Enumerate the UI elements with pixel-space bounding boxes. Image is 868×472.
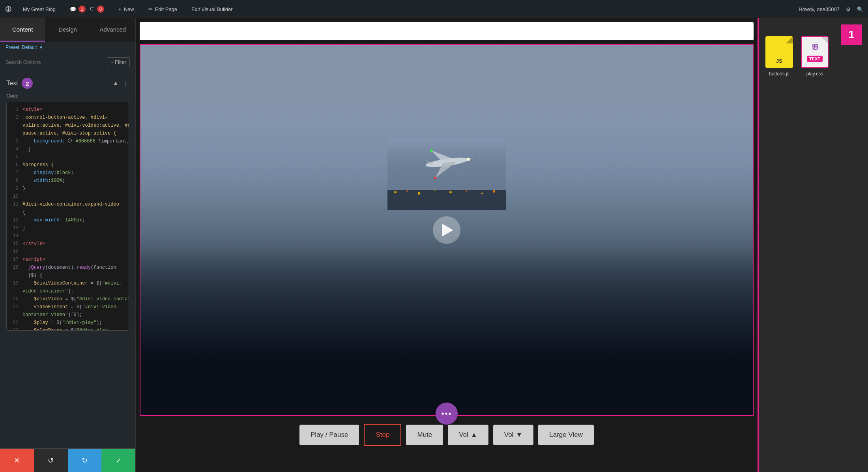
section-options-icon[interactable]: ⋮ (123, 80, 129, 87)
js-file-icon: JS (765, 36, 793, 68)
badge-1-label: 1 (848, 28, 855, 41)
code-line: 8 width:100%; (11, 177, 125, 185)
vol-up-button[interactable]: Vol ▲ (448, 425, 488, 445)
css-file-icon: 𝔅 TEXT (801, 36, 829, 68)
badge-2: 2 (22, 78, 33, 89)
tab-advanced[interactable]: Advanced (90, 18, 135, 42)
new-label: New (124, 6, 134, 12)
redo-button[interactable]: ↻ (68, 449, 102, 472)
admin-bar-new[interactable]: + New (115, 5, 137, 14)
code-line: 14 (11, 232, 125, 240)
vol-down-button[interactable]: Vol ▼ (493, 425, 533, 445)
text-section-header: Text 2 ▲ ⋮ (6, 78, 129, 89)
preset-label: Preset: Default ▾ (0, 42, 135, 52)
address-input[interactable] (146, 28, 747, 34)
left-sidebar: Content Design Advanced Preset: Default … (0, 18, 136, 472)
stop-label: Stop (376, 431, 389, 438)
admin-bar: ⊕ My Great Blog 💬 1 🗨 0 + New ✏ Edit Pag… (0, 0, 868, 18)
three-dots-icon: ••• (441, 409, 452, 418)
plus-icon: + (118, 6, 122, 12)
svg-point-8 (493, 190, 495, 193)
settings-icon[interactable]: ⚙ (846, 6, 851, 12)
code-line: 2 pause:active, #divi-stop:active { (11, 130, 125, 138)
code-line: 18 jQuery(document).ready(function (11, 264, 125, 272)
code-line: 19 $diviVideoContainer = $("#divi- (11, 280, 125, 288)
undo-button[interactable]: ↺ (34, 449, 68, 472)
css-badge: TEXT (807, 56, 823, 62)
admin-bar-visual-builder[interactable]: Exit Visual Builder (188, 5, 236, 14)
svg-point-3 (418, 192, 420, 195)
tab-design[interactable]: Design (45, 18, 90, 42)
wp-logo-icon[interactable]: ⊕ (5, 4, 12, 14)
file-item-buttons-js[interactable]: JS buttons.js (765, 36, 793, 77)
preset-text: Preset: Default (6, 45, 37, 50)
vol-up-icon: ▲ (471, 431, 477, 439)
corner-fold (821, 37, 828, 43)
svg-point-5 (449, 191, 452, 193)
file-name-buttons-js: buttons.js (769, 71, 789, 77)
site-name: My Great Blog (23, 6, 56, 12)
video-play-button[interactable] (433, 216, 460, 244)
admin-bar-right: Howdy, dee35007 ⚙ 🔍 (799, 6, 863, 12)
tab-content-label: Content (12, 26, 33, 33)
save-button[interactable]: ✓ (101, 449, 135, 472)
code-line: 23 $playPause = $("#divi-play- (11, 327, 125, 331)
stop-button[interactable]: Stop (364, 424, 401, 446)
play-triangle-icon (442, 224, 453, 236)
code-line: 2 volinc:active, #divi-voldec:active, #d… (11, 122, 125, 130)
howdy-text: Howdy, dee35007 (799, 6, 840, 12)
code-line: 3 background: #666666 !important; (11, 138, 125, 146)
file-corner (786, 36, 793, 43)
admin-bar-edit[interactable]: ✏ Edit Page (145, 5, 180, 14)
vol-down-icon: ▼ (516, 431, 522, 439)
text-section-right: ▲ ⋮ (112, 80, 129, 87)
svg-point-7 (481, 193, 483, 194)
sidebar-tabs: Content Design Advanced (0, 18, 135, 42)
css-icon-content: 𝔅 TEXT (807, 42, 823, 62)
close-button[interactable]: ✕ (0, 449, 34, 472)
code-line: 21 container video")[0]; (11, 311, 125, 319)
search-icon[interactable]: 🔍 (857, 6, 863, 12)
svg-point-1 (394, 191, 397, 193)
large-view-button[interactable]: Large View (538, 425, 594, 445)
sidebar-search: + Filter (0, 52, 135, 72)
code-line: 17 <script> (11, 256, 125, 264)
bottom-toolbar: ✕ ↺ ↻ ✓ (0, 448, 135, 472)
filter-button[interactable]: + Filter (107, 57, 130, 67)
code-line: 22 $play = $("#divi-play"); (11, 319, 125, 327)
admin-bar-comments[interactable]: 💬 1 🗨 0 (67, 4, 107, 14)
airplane-svg (387, 139, 506, 210)
collapse-icon[interactable]: ▲ (112, 80, 119, 87)
code-line: 20 $diviVideo = $("#divi-video-container… (11, 296, 125, 303)
address-bar (140, 22, 754, 40)
comment-icon: 💬 (70, 6, 76, 12)
play-pause-button[interactable]: Play / Pause (299, 425, 359, 445)
save-icon: ✓ (116, 456, 122, 465)
filter-label: + Filter (110, 59, 126, 65)
vol-down-label: Vol (504, 431, 514, 439)
code-editor[interactable]: 1 <style> 2 .control-button-active, #div… (6, 102, 129, 331)
code-line: 11 { (11, 209, 125, 217)
tab-design-label: Design (58, 26, 77, 33)
tab-content[interactable]: Content (0, 18, 45, 42)
admin-bar-site[interactable]: My Great Blog (20, 5, 59, 14)
code-line: 19 video-container"); (11, 288, 125, 296)
tab-advanced-label: Advanced (99, 26, 126, 33)
video-area (140, 44, 754, 416)
mute-button[interactable]: Mute (406, 425, 443, 445)
code-line: 15 </style> (11, 240, 125, 248)
search-input[interactable] (6, 59, 104, 65)
right-panel: 1 JS buttons.js (758, 18, 868, 472)
video-background (140, 45, 753, 415)
code-line: 1 <style> (11, 106, 125, 114)
comments-zero-count: 0 (97, 6, 104, 13)
file-item-play-css[interactable]: 𝔅 TEXT play.css (801, 36, 829, 77)
code-line: 13 } (11, 225, 125, 232)
floating-menu-button[interactable]: ••• (436, 403, 458, 425)
code-line: 18 ($) { (11, 272, 125, 280)
comments-count: 1 (79, 6, 86, 13)
svg-rect-0 (387, 190, 506, 210)
right-panel-top: 1 JS buttons.js (765, 24, 862, 77)
redo-icon: ↻ (82, 456, 88, 465)
play-pause-label: Play / Pause (311, 431, 348, 438)
